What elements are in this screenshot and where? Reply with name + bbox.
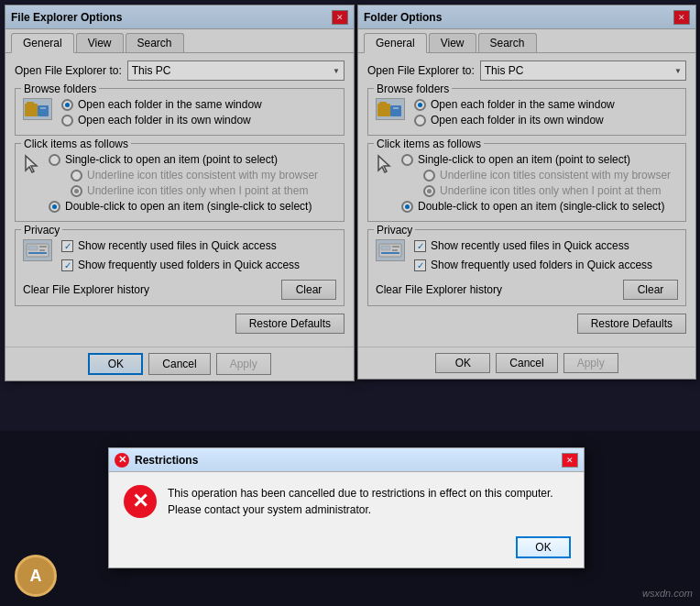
left-recent-files-checkbox[interactable]: ✓ [61, 240, 73, 252]
left-dropdown-arrow-icon: ▼ [333, 67, 340, 75]
left-single-click-radio[interactable] [49, 154, 60, 166]
right-single-click-radio[interactable] [401, 154, 413, 166]
right-recent-files-checkbox[interactable]: ✓ [414, 240, 426, 252]
right-privacy-title: Privacy [374, 224, 415, 237]
restriction-ok-btn[interactable]: OK [516, 536, 571, 558]
right-clear-btn[interactable]: Clear [623, 280, 678, 300]
left-dialog: File Explorer Options ✕ General View Sea… [5, 5, 355, 381]
left-open-explorer-label: Open File Explorer to: [15, 64, 122, 77]
right-click-items-inner: Single-click to open an item (point to s… [376, 153, 678, 215]
left-privacy-checks: ✓ Show recently used files in Quick acce… [61, 239, 336, 274]
right-ok-btn[interactable]: OK [435, 353, 490, 373]
left-check-frequent-folders[interactable]: ✓ Show frequently used folders in Quick … [61, 259, 336, 271]
left-browse-folders-title: Browse folders [21, 83, 99, 95]
left-cursor-icon [23, 153, 41, 175]
left-tab-view[interactable]: View [76, 33, 124, 52]
left-privacy-title: Privacy [21, 224, 62, 237]
right-check-recent-files[interactable]: ✓ Show recently used files in Quick acce… [414, 239, 678, 252]
svg-marker-14 [378, 156, 389, 172]
right-browse-own-window-radio[interactable] [414, 115, 426, 127]
restriction-title-icon: ✕ [115, 453, 129, 468]
restriction-body: ✕ This operation has been cancelled due … [109, 472, 584, 531]
right-browse-radio-own-window[interactable]: Open each folder in its own window [414, 114, 615, 127]
svg-rect-6 [28, 246, 38, 250]
left-underline-point-radio [71, 185, 82, 197]
left-ok-btn[interactable]: OK [88, 353, 143, 375]
left-restore-defaults-btn[interactable]: Restore Defaults [235, 314, 345, 334]
restriction-close-btn[interactable]: ✕ [562, 453, 578, 468]
svg-rect-17 [392, 246, 399, 248]
left-browse-folders-icon [23, 98, 52, 120]
left-click-single-radio[interactable]: Single-click to open an item (point to s… [49, 153, 336, 166]
right-click-items-title: Click items as follows [374, 138, 484, 150]
right-browse-same-window-radio[interactable] [414, 99, 426, 111]
right-dialog-content: Open File Explorer to: This PC ▼ Browse … [358, 53, 695, 347]
right-clear-row: Clear File Explorer history Clear [376, 280, 678, 300]
left-click-items-group: Click items as follows Single-click to o… [15, 143, 345, 222]
right-cancel-btn[interactable]: Cancel [496, 353, 557, 373]
right-browse-folders-title: Browse folders [374, 83, 452, 95]
right-check-frequent-folders[interactable]: ✓ Show frequently used folders in Quick … [414, 259, 678, 271]
left-click-underline-point: Underline icon titles only when I point … [71, 184, 336, 197]
appuals-logo: A [15, 555, 57, 597]
right-clear-history-label: Clear File Explorer history [376, 283, 502, 296]
right-browse-radio-group: Open each folder in the same window Open… [414, 98, 615, 129]
left-privacy-icon [23, 239, 52, 261]
left-click-items-options: Single-click to open an item (point to s… [49, 153, 336, 215]
right-dialog-titlebar-buttons: ✕ [673, 10, 690, 25]
left-bottom-btns: OK Cancel Apply [5, 347, 354, 380]
right-apply-btn[interactable]: Apply [563, 353, 618, 373]
left-tab-search[interactable]: Search [126, 33, 184, 52]
right-privacy-checks: ✓ Show recently used files in Quick acce… [414, 239, 678, 274]
left-open-explorer-dropdown[interactable]: This PC ▼ [127, 61, 345, 81]
right-tab-general[interactable]: General [364, 33, 427, 53]
right-dialog-close-btn[interactable]: ✕ [673, 10, 690, 25]
left-browse-own-window-radio[interactable] [61, 115, 73, 127]
right-restore-defaults-btn[interactable]: Restore Defaults [577, 314, 686, 334]
right-dialog: Folder Options ✕ General View Search Ope… [357, 5, 696, 380]
right-double-click-radio[interactable] [401, 201, 413, 213]
right-privacy-group: Privacy ✓ [367, 229, 686, 306]
left-dialog-close-btn[interactable]: ✕ [332, 10, 348, 25]
left-click-double-radio[interactable]: Double-click to open an item (single-cli… [49, 200, 336, 213]
left-double-click-radio[interactable] [49, 201, 60, 213]
right-open-explorer-dropdown[interactable]: This PC ▼ [480, 61, 686, 81]
left-browse-radio-own-window[interactable]: Open each folder in its own window [61, 114, 262, 127]
svg-rect-18 [392, 249, 398, 251]
right-tab-view[interactable]: View [429, 33, 476, 52]
svg-rect-0 [25, 104, 38, 116]
left-dialog-titlebar-buttons: ✕ [332, 10, 348, 25]
left-clear-history-label: Clear File Explorer history [23, 283, 149, 296]
left-apply-btn[interactable]: Apply [216, 353, 271, 375]
svg-rect-16 [381, 246, 390, 250]
svg-rect-9 [28, 252, 47, 254]
left-check-recent-files[interactable]: ✓ Show recently used files in Quick acce… [61, 239, 336, 252]
right-browse-radio-same-window[interactable]: Open each folder in the same window [414, 98, 615, 111]
right-click-underline-point: Underline icon titles only when I point … [423, 184, 678, 197]
left-tab-general[interactable]: General [11, 33, 74, 53]
right-frequent-folders-checkbox[interactable]: ✓ [414, 259, 426, 271]
right-tab-search[interactable]: Search [478, 33, 537, 52]
left-click-underline-browser: Underline icon titles consistent with my… [71, 169, 336, 182]
left-cancel-btn[interactable]: Cancel [148, 353, 210, 375]
left-browse-folders-inner: Open each folder in the same window Open… [23, 98, 336, 129]
left-browse-same-window-radio[interactable] [61, 99, 73, 111]
left-restore-row: Restore Defaults [15, 314, 345, 334]
left-underline-browser-radio [71, 170, 82, 182]
svg-rect-11 [379, 102, 387, 105]
right-click-items-options: Single-click to open an item (point to s… [401, 153, 678, 215]
left-clear-btn[interactable]: Clear [281, 280, 336, 300]
left-dialog-tabs: General View Search [5, 29, 354, 53]
left-browse-radio-same-window[interactable]: Open each folder in the same window [61, 98, 262, 111]
left-open-explorer-row: Open File Explorer to: This PC ▼ [15, 61, 345, 81]
left-frequent-folders-checkbox[interactable]: ✓ [61, 259, 73, 271]
restriction-footer: OK [109, 531, 584, 567]
right-dropdown-arrow-icon: ▼ [674, 67, 682, 75]
right-click-single-radio[interactable]: Single-click to open an item (point to s… [401, 153, 678, 166]
right-privacy-inner: ✓ Show recently used files in Quick acce… [376, 239, 678, 300]
right-dialog-titlebar: Folder Options ✕ [358, 6, 695, 29]
restriction-title: Restrictions [135, 454, 198, 467]
right-click-double-radio[interactable]: Double-click to open an item (single-cli… [401, 200, 678, 213]
right-open-explorer-row: Open File Explorer to: This PC ▼ [367, 61, 686, 81]
watermark: wsxdn.com [642, 588, 693, 599]
